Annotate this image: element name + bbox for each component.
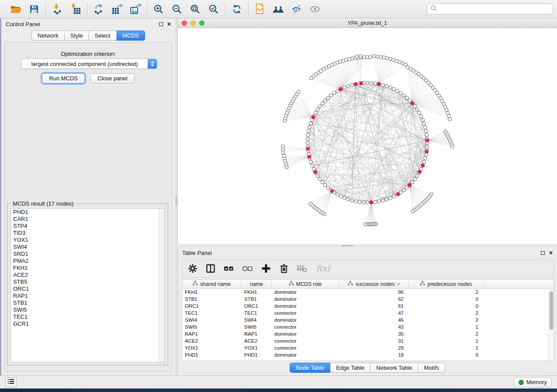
table-row[interactable]: YOX1YOX1connector291 bbox=[182, 344, 554, 351]
zoom-in-icon[interactable] bbox=[152, 3, 165, 15]
tab-node-table[interactable]: Node Table bbox=[290, 363, 331, 373]
control-panel: Control Panel × NetworkStyleSelectMCDS O… bbox=[1, 18, 175, 375]
mcds-result-item[interactable]: PHD1 bbox=[11, 209, 164, 216]
mcds-result-item[interactable]: GCR1 bbox=[11, 320, 164, 327]
mcds-result-item[interactable]: RAP1 bbox=[11, 292, 164, 299]
app-window: Control Panel × NetworkStyleSelectMCDS O… bbox=[0, 0, 557, 392]
toolbar-icon-groups bbox=[4, 3, 326, 15]
optimization-label: Optimization criterion: bbox=[5, 51, 172, 57]
tab-edge-table[interactable]: Edge Table bbox=[330, 363, 370, 373]
criterion-dropdown[interactable]: largest connected component (undirected) bbox=[21, 58, 157, 69]
mcds-result-item[interactable]: YOX1 bbox=[11, 237, 164, 244]
table-scrollbar-thumb[interactable] bbox=[550, 291, 553, 330]
mcds-result-item[interactable]: ORC1 bbox=[11, 285, 164, 292]
deselect-all-icon[interactable] bbox=[242, 262, 253, 275]
open-icon[interactable] bbox=[10, 3, 22, 15]
close-panel-icon[interactable]: × bbox=[167, 22, 171, 26]
table-panel-title: Table Panel bbox=[182, 250, 212, 256]
add-icon[interactable] bbox=[261, 262, 271, 275]
zoom-selected-icon[interactable] bbox=[208, 3, 220, 15]
mcds-result-item[interactable]: PMA2 bbox=[11, 258, 164, 265]
tab-network-table[interactable]: Network Table bbox=[370, 363, 418, 373]
close-panel-button[interactable]: Close panel bbox=[90, 73, 135, 83]
close-window-icon[interactable] bbox=[182, 21, 187, 26]
search-input[interactable] bbox=[438, 6, 550, 12]
mcds-list-scrollbar[interactable] bbox=[159, 209, 164, 362]
column-type-icon bbox=[348, 281, 353, 287]
mcds-result-item[interactable]: SWI5 bbox=[11, 306, 164, 313]
tab-motifs[interactable]: Motifs bbox=[418, 363, 445, 373]
mcds-result-item[interactable]: ACE2 bbox=[11, 272, 164, 279]
tab-select[interactable]: Select bbox=[89, 31, 117, 41]
close-table-panel-icon[interactable]: × bbox=[549, 251, 553, 255]
memory-label: Memory bbox=[526, 379, 547, 385]
mcds-result-item[interactable]: STP4 bbox=[11, 223, 164, 230]
network-canvas[interactable] bbox=[178, 28, 557, 244]
import-table-icon[interactable] bbox=[69, 3, 82, 15]
zoom-fit-icon[interactable] bbox=[189, 3, 201, 15]
task-history-button[interactable] bbox=[5, 378, 17, 387]
trash-icon[interactable] bbox=[279, 262, 289, 275]
mcds-result-item[interactable]: SWI4 bbox=[11, 244, 164, 251]
search-icon bbox=[430, 4, 438, 14]
show-all-icon[interactable] bbox=[309, 3, 321, 15]
node-table: shared namenameMCDS rolesuccessor nodesp… bbox=[182, 279, 554, 361]
network-title: YPA_prune.txt_1 bbox=[348, 20, 387, 26]
delete-table-icon[interactable] bbox=[297, 262, 308, 275]
table-row[interactable]: FKH1FKH1dominator962 bbox=[182, 289, 554, 296]
column-type-icon bbox=[289, 281, 294, 287]
table-panel-header: Table Panel × bbox=[178, 247, 557, 258]
table-row[interactable]: PHD1PHD1dominator180 bbox=[182, 351, 554, 358]
hide-selected-icon[interactable] bbox=[291, 3, 303, 15]
gear-icon[interactable] bbox=[187, 262, 198, 275]
refresh-icon[interactable] bbox=[231, 3, 243, 15]
mcds-result-item[interactable]: STB1 bbox=[11, 299, 164, 306]
mcds-result-item[interactable]: TID3 bbox=[11, 230, 164, 237]
tab-style[interactable]: Style bbox=[65, 31, 89, 41]
mcds-result-item[interactable]: STB5 bbox=[11, 279, 164, 285]
control-panel-title: Control Panel bbox=[6, 21, 40, 28]
table-panel: Table Panel × f(x) shared namenameMCDS r… bbox=[177, 247, 557, 375]
column-header-MCDS-role[interactable]: MCDS role bbox=[272, 280, 339, 288]
minimize-window-icon[interactable] bbox=[190, 21, 196, 26]
copy-network-icon[interactable] bbox=[254, 3, 266, 15]
zoom-out-icon[interactable] bbox=[171, 3, 183, 15]
column-header-shared-name[interactable]: shared name bbox=[182, 280, 242, 288]
memory-status-icon bbox=[519, 380, 524, 385]
search-box[interactable] bbox=[427, 3, 553, 14]
table-row[interactable]: RAP1RAP1dominator352 bbox=[182, 330, 554, 337]
export-image-icon[interactable] bbox=[129, 3, 142, 15]
mcds-result-item[interactable]: CAR1 bbox=[11, 216, 164, 223]
column-header-name[interactable]: name bbox=[242, 280, 272, 288]
mcds-result-item[interactable]: FKH1 bbox=[11, 265, 164, 272]
export-network-icon[interactable] bbox=[93, 3, 105, 15]
float-panel-icon[interactable] bbox=[159, 22, 163, 26]
table-toolbar: f(x) bbox=[182, 259, 554, 278]
column-header-predecessor-nodes[interactable]: predecessor nodes bbox=[409, 280, 484, 288]
table-row[interactable]: SWI4SWI4dominator462 bbox=[182, 316, 554, 323]
tab-mcds[interactable]: MCDS bbox=[117, 31, 145, 41]
maximize-window-icon[interactable] bbox=[199, 21, 204, 26]
tab-network[interactable]: Network bbox=[31, 31, 65, 41]
run-mcds-button[interactable]: Run MCDS bbox=[42, 73, 85, 83]
table-row[interactable]: STB1STB1dominator620 bbox=[182, 296, 554, 303]
select-all-icon[interactable] bbox=[223, 262, 235, 275]
save-icon[interactable] bbox=[28, 3, 40, 15]
mcds-result-item[interactable]: SRD1 bbox=[11, 251, 164, 258]
mcds-panel-body: Optimization criterion: largest connecte… bbox=[4, 42, 172, 372]
table-row[interactable]: ACE2ACE2connector311 bbox=[182, 337, 554, 344]
export-table-icon[interactable] bbox=[111, 3, 123, 15]
first-neighbors-icon[interactable] bbox=[272, 3, 284, 15]
function-icon[interactable]: f(x) bbox=[315, 262, 331, 275]
split-view-icon[interactable] bbox=[205, 262, 216, 275]
table-row[interactable]: ORC1ORC1dominator610 bbox=[182, 303, 554, 309]
mcds-result-item[interactable]: TEC1 bbox=[11, 313, 164, 320]
table-row[interactable]: SWI5SWI5connector431 bbox=[182, 323, 554, 330]
table-scrollbar[interactable] bbox=[548, 289, 554, 361]
column-header-successor-nodes[interactable]: successor nodes bbox=[339, 280, 409, 288]
table-row[interactable]: TEC1TEC1connector472 bbox=[182, 309, 554, 316]
mcds-result-list[interactable]: PHD1CAR1STP4TID3YOX1SWI4SRD1PMA2FKH1ACE2… bbox=[10, 208, 165, 362]
float-table-panel-icon[interactable] bbox=[541, 251, 545, 255]
memory-button[interactable]: Memory bbox=[514, 377, 552, 387]
import-network-icon[interactable] bbox=[51, 3, 63, 15]
